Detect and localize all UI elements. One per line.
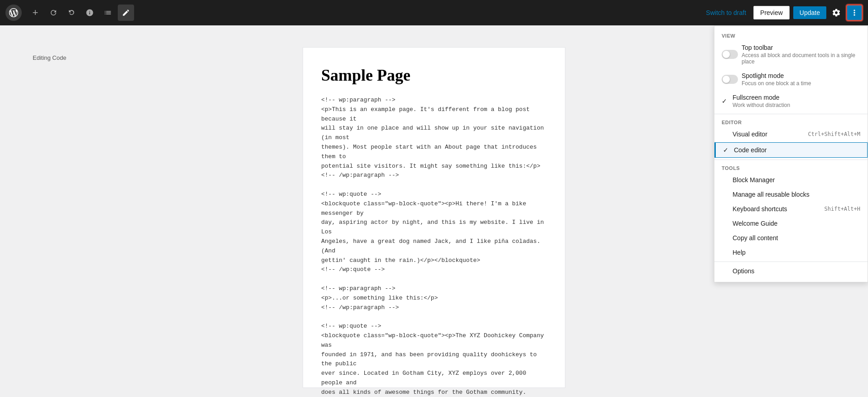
copy-all-content-item[interactable]: ✓ Copy all content (714, 231, 868, 245)
more-options-button[interactable] (846, 5, 863, 21)
spotlight-mode-title: Spotlight mode (742, 72, 860, 79)
visual-editor-item[interactable]: ✓ Visual editor Ctrl+Shift+Alt+M (714, 127, 868, 141)
editing-code-label: Editing Code (25, 51, 73, 65)
settings-button[interactable] (828, 5, 844, 21)
divider-1 (714, 114, 868, 114)
code-content[interactable]: <!-- wp:paragraph --> <p>This is an exam… (321, 96, 547, 397)
spotlight-mode-toggle[interactable] (722, 75, 738, 84)
editor-section-label: Editor (714, 116, 868, 127)
block-manager-label: Block Manager (733, 176, 775, 184)
tools-section-label: Tools (714, 162, 868, 173)
code-editor-toggle-button[interactable] (118, 5, 134, 21)
manage-reusable-blocks-label: Manage all reusable blocks (733, 191, 810, 198)
undo-button[interactable] (45, 5, 62, 21)
help-item[interactable]: ✓ Help (714, 245, 868, 260)
code-editor-item[interactable]: ✓ Code editor (714, 142, 868, 158)
update-button[interactable]: Update (793, 6, 826, 19)
switch-to-draft-button[interactable]: Switch to draft (700, 6, 752, 19)
code-editor-check-icon: ✓ (723, 146, 730, 154)
options-item[interactable]: ✓ Options (714, 264, 868, 278)
fullscreen-check-icon: ✓ (722, 97, 729, 105)
add-block-button[interactable]: + (27, 5, 43, 21)
keyboard-shortcuts-label: Keyboard shortcuts (733, 205, 787, 213)
manage-reusable-blocks-item[interactable]: ✓ Manage all reusable blocks (714, 187, 868, 202)
list-view-button[interactable] (100, 5, 116, 21)
visual-editor-label: Visual editor (733, 131, 767, 138)
help-label: Help (733, 249, 746, 256)
divider-2 (714, 160, 868, 160)
toolbar: + Switch to draft Preview Update (0, 0, 868, 25)
code-editor-label: Code editor (734, 146, 767, 154)
top-toolbar-toggle[interactable] (722, 50, 738, 59)
redo-button[interactable] (63, 5, 80, 21)
copy-all-content-label: Copy all content (733, 234, 778, 242)
fullscreen-mode-desc: Work without distraction (733, 102, 860, 108)
preview-button[interactable]: Preview (753, 6, 790, 19)
keyboard-shortcuts-item[interactable]: ✓ Keyboard shortcuts Shift+Alt+H (714, 202, 868, 216)
wordpress-logo[interactable] (5, 5, 22, 21)
options-label: Options (733, 267, 754, 275)
block-manager-item[interactable]: ✓ Block Manager (714, 173, 868, 187)
spotlight-mode-desc: Focus on one block at a time (742, 80, 860, 87)
welcome-guide-item[interactable]: ✓ Welcome Guide (714, 216, 868, 231)
info-button[interactable] (82, 5, 98, 21)
add-icon: + (33, 7, 39, 19)
top-toolbar-item[interactable]: Top toolbar Access all block and documen… (714, 40, 868, 68)
dropdown-menu: View Top toolbar Access all block and do… (714, 25, 868, 282)
page-title: Sample Page (321, 66, 547, 85)
visual-editor-shortcut: Ctrl+Shift+Alt+M (808, 131, 860, 137)
view-section-label: View (714, 29, 868, 40)
spotlight-mode-item[interactable]: Spotlight mode Focus on one block at a t… (714, 68, 868, 90)
page-editor: Sample Page <!-- wp:paragraph --> <p>Thi… (303, 47, 565, 388)
fullscreen-mode-title: Fullscreen mode (733, 94, 860, 101)
top-toolbar-desc: Access all block and document tools in a… (742, 52, 860, 65)
divider-3 (714, 261, 868, 262)
welcome-guide-label: Welcome Guide (733, 220, 777, 227)
fullscreen-mode-item[interactable]: ✓ Fullscreen mode Work without distracti… (714, 90, 868, 112)
toolbar-right: Switch to draft Preview Update (700, 5, 863, 21)
main-area: Editing Code Sample Page <!-- wp:paragra… (0, 25, 868, 397)
keyboard-shortcuts-shortcut: Shift+Alt+H (825, 206, 860, 212)
top-toolbar-title: Top toolbar (742, 44, 860, 51)
